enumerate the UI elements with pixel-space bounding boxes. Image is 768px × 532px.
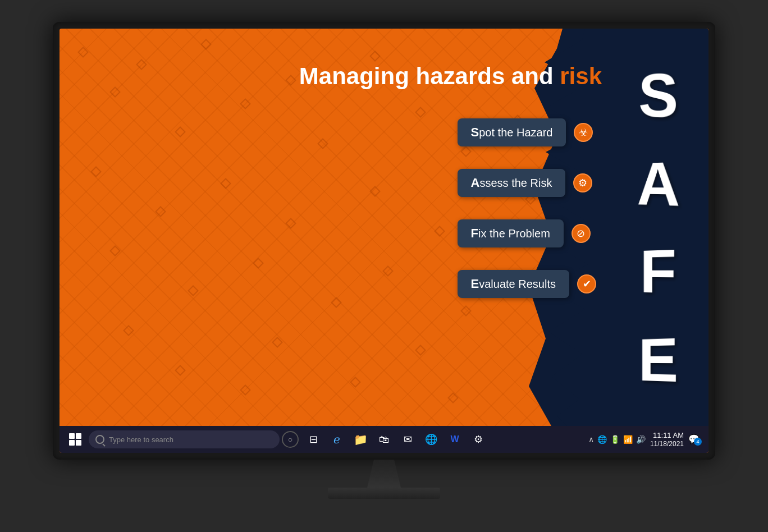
spot-rest-text: pot the Hazard xyxy=(479,126,552,139)
fix-rest-text: ix the Problem xyxy=(478,227,550,240)
tray-network[interactable]: 🌐 xyxy=(597,435,607,444)
safe-letter-s: S xyxy=(639,63,679,127)
search-placeholder[interactable]: Type here to search xyxy=(109,435,173,444)
safe-letter-a: A xyxy=(637,152,680,215)
assess-bold-letter: A xyxy=(471,176,480,190)
safe-letters: S A F E xyxy=(607,29,708,426)
cortana-button[interactable]: ○ xyxy=(282,431,299,448)
notification-count: 4 xyxy=(694,438,702,446)
search-handle xyxy=(102,443,106,447)
win-sq-1 xyxy=(69,433,75,439)
clock-date: 11/18/2021 xyxy=(650,440,684,448)
mail-icon[interactable]: ✉ xyxy=(397,429,418,450)
tray-chevron[interactable]: ∧ xyxy=(588,435,594,444)
file-explorer-icon[interactable]: 📁 xyxy=(350,429,371,450)
start-button[interactable] xyxy=(64,428,86,451)
edge-browser-icon[interactable]: ℯ xyxy=(327,429,347,450)
monitor-frame: Managing hazards and risk Spot the Hazar… xyxy=(53,22,715,460)
menu-item-spot[interactable]: Spot the Hazard ☣ xyxy=(458,118,596,146)
taskbar-icons: ⊟ ℯ 📁 🛍 ✉ 🌐 W ⚙ xyxy=(303,429,488,450)
tray-volume[interactable]: 🔊 xyxy=(636,435,646,444)
clock-time: 11:11 AM xyxy=(650,431,684,441)
tray-battery[interactable]: 🔋 xyxy=(610,435,620,444)
evaluate-rest-text: valuate Results xyxy=(479,278,556,290)
presentation-title: Managing hazards and risk xyxy=(299,62,602,90)
spot-icon: ☣ xyxy=(574,123,593,142)
win-sq-2 xyxy=(76,433,81,439)
menu-items: Spot the Hazard ☣ Assess the Risk ⚙ Fix … xyxy=(458,118,596,298)
menu-item-assess[interactable]: Assess the Risk ⚙ xyxy=(458,169,596,197)
monitor: Managing hazards and risk Spot the Hazar… xyxy=(47,22,721,510)
stand-base xyxy=(328,488,440,499)
task-view-button[interactable]: ⊟ xyxy=(303,429,323,450)
title-area: Managing hazards and risk xyxy=(299,62,602,90)
settings-icon[interactable]: ⚙ xyxy=(468,429,488,450)
monitor-stand xyxy=(328,460,440,499)
tray-icons: ∧ 🌐 🔋 📶 🔊 xyxy=(588,435,646,444)
evaluate-results-button[interactable]: Evaluate Results xyxy=(458,270,569,298)
menu-item-evaluate[interactable]: Evaluate Results ✔ xyxy=(458,270,596,298)
fix-problem-button[interactable]: Fix the Problem xyxy=(458,219,564,247)
title-risk: risk xyxy=(560,63,602,89)
search-bar[interactable]: Type here to search xyxy=(89,430,280,448)
fix-bold-letter: F xyxy=(471,226,478,240)
tray-wifi[interactable]: 📶 xyxy=(623,435,633,444)
evaluate-icon: ✔ xyxy=(577,274,596,293)
spot-hazard-button[interactable]: Spot the Hazard xyxy=(458,118,566,146)
taskbar: Type here to search ○ ⊟ ℯ 📁 🛍 ✉ 🌐 W ⚙ xyxy=(60,426,708,453)
clock[interactable]: 11:11 AM 11/18/2021 xyxy=(650,431,684,448)
safe-letter-f: F xyxy=(640,240,676,303)
store-icon[interactable]: 🛍 xyxy=(374,429,394,450)
assess-rest-text: ssess the Risk xyxy=(479,177,552,189)
win-sq-3 xyxy=(69,440,75,446)
assess-icon: ⚙ xyxy=(573,173,592,192)
word-icon[interactable]: W xyxy=(445,429,465,450)
spot-bold-letter: S xyxy=(471,125,479,139)
title-main: Managing hazards and xyxy=(299,63,560,89)
evaluate-bold-letter: E xyxy=(471,277,479,291)
screen: Managing hazards and risk Spot the Hazar… xyxy=(60,29,708,453)
fix-icon: ⊘ xyxy=(572,224,591,243)
globe-icon[interactable]: 🌐 xyxy=(421,429,441,450)
assess-risk-button[interactable]: Assess the Risk xyxy=(458,169,566,197)
system-tray: ∧ 🌐 🔋 📶 🔊 11:11 AM 11/18/2021 💬 4 xyxy=(584,431,704,448)
stand-neck xyxy=(367,460,401,488)
desktop: Managing hazards and risk Spot the Hazar… xyxy=(60,29,708,426)
search-icon xyxy=(95,435,104,444)
notification-button[interactable]: 💬 4 xyxy=(688,434,700,444)
windows-logo xyxy=(69,433,81,446)
safe-letter-e: E xyxy=(639,328,679,392)
win-sq-4 xyxy=(76,440,81,446)
menu-item-fix[interactable]: Fix the Problem ⊘ xyxy=(458,219,596,247)
